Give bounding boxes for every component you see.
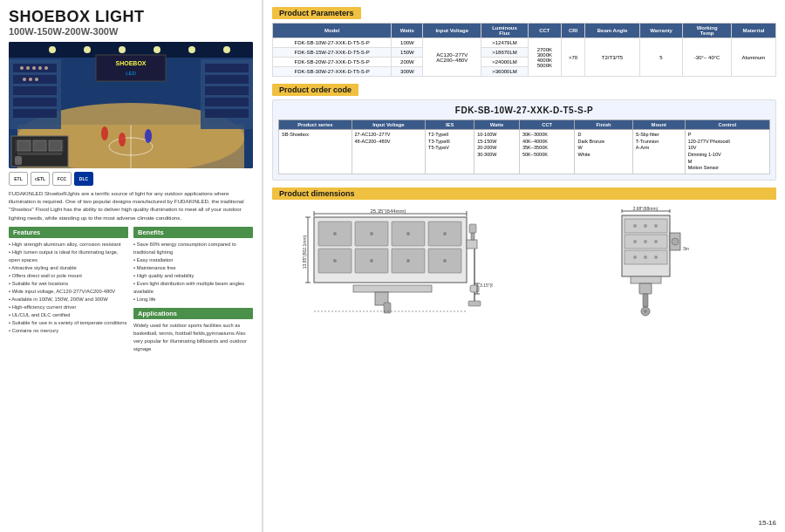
svg-rect-41 xyxy=(33,140,46,151)
applications-header: Applications xyxy=(133,308,253,319)
benefits-col: Benefits Save 60% energy consumption com… xyxy=(133,227,253,353)
order-code-table: Product series Input Voltage IES Watts C… xyxy=(278,119,770,174)
flux-cell: >12479LM xyxy=(481,38,529,48)
svg-point-65 xyxy=(443,259,447,263)
warranty-cell: 5 xyxy=(639,38,683,77)
svg-point-17 xyxy=(20,66,24,70)
svg-text:LED: LED xyxy=(126,71,136,76)
params-table: Model Watts Input Voltage LuminousFlux C… xyxy=(272,23,776,77)
svg-rect-32 xyxy=(96,55,166,81)
table-row: FDK-SB-10W-27-XXK-D-T5-S-P 100W AC120~27… xyxy=(273,38,776,48)
benefit-item: High quality and reliability xyxy=(133,272,253,280)
order-code-section-title: Product order code xyxy=(272,84,358,96)
order-code-row: SB-Shoebox 27-AC120~277V48-AC200~480V T2… xyxy=(279,130,770,174)
oc-ies: T2-TypeIIT3-TypeIIIT5-TypeV xyxy=(426,130,474,174)
svg-point-22 xyxy=(23,78,26,81)
svg-point-94 xyxy=(654,240,658,243)
svg-text:13.85"(802.1mm): 13.85"(802.1mm) xyxy=(302,235,307,269)
order-code-box: FDK-SB-10W-27-XXK-D-T5-S-P Product serie… xyxy=(272,99,776,181)
svg-rect-104 xyxy=(631,276,661,283)
svg-point-64 xyxy=(406,259,410,263)
svg-rect-43 xyxy=(17,153,62,155)
feature-item: Attractive styling and durable xyxy=(9,264,128,272)
svg-point-20 xyxy=(38,66,42,70)
benefit-item: Long life xyxy=(133,296,253,304)
dimensions-section: Product dimensions 25.35"(644mm) xyxy=(272,188,776,525)
col-watts: Watts xyxy=(392,24,423,38)
oc-control: P120-277V Photocell10VDimming 1-10VMMoti… xyxy=(685,130,769,174)
fcc-cert: FCC xyxy=(52,172,72,186)
right-panel: Product Parameters Model Watts Input Vol… xyxy=(263,0,785,532)
watts-cell: 100W xyxy=(392,38,423,48)
feature-item: Offers direct wall or pole mount xyxy=(9,272,128,280)
watts-cell: 150W xyxy=(392,48,423,58)
beam-cell: T2/T3/T5 xyxy=(585,38,639,77)
svg-point-59 xyxy=(370,232,373,235)
order-code-section: Product order code FDK-SB-10W-27-XXK-D-T… xyxy=(272,84,776,181)
benefit-item: Even light distribution with multiple be… xyxy=(133,280,253,296)
svg-point-95 xyxy=(633,256,637,259)
model-cell: FDK-SB-30W-27-XXK-D-T5-S-P xyxy=(273,67,392,77)
svg-rect-12 xyxy=(205,64,249,72)
svg-point-99 xyxy=(672,238,679,245)
svg-point-91 xyxy=(654,224,658,228)
col-luminous-flux: LuminousFlux xyxy=(481,24,529,38)
svg-text:SHOEBOX: SHOEBOX xyxy=(115,60,146,66)
oc-col-cct: CCT xyxy=(519,120,574,130)
svg-rect-15 xyxy=(205,98,249,106)
feature-item: Suitable for wet locations xyxy=(9,280,128,288)
svg-point-18 xyxy=(26,66,30,70)
svg-rect-44 xyxy=(15,156,22,165)
svg-rect-105 xyxy=(639,283,652,294)
svg-point-29 xyxy=(154,46,160,53)
svg-rect-16 xyxy=(205,109,249,118)
cetl-cert: cETL xyxy=(31,172,50,186)
features-col: Features High strength aluminum alloy, c… xyxy=(9,227,128,353)
svg-rect-10 xyxy=(13,109,57,118)
oc-col-control: Control xyxy=(685,120,769,130)
svg-rect-66 xyxy=(467,240,477,249)
oc-col-voltage: Input Voltage xyxy=(352,120,426,130)
temp-cell: -30°~ 40°C xyxy=(683,38,731,77)
features-benefits: Features High strength aluminum alloy, c… xyxy=(9,227,253,353)
oc-watts: 10-100W15-150W20-200W30-300W xyxy=(474,130,520,174)
benefits-list: Save 60% energy consumption compared to … xyxy=(133,241,253,304)
col-material: Materrial xyxy=(731,24,775,38)
svg-point-58 xyxy=(333,232,337,235)
oc-col-watts: Watts xyxy=(474,120,520,130)
oc-col-ies: IES xyxy=(426,120,474,130)
benefit-item: Maintenance free xyxy=(133,264,253,272)
svg-rect-9 xyxy=(13,98,57,106)
oc-col-finish: Finish xyxy=(575,120,632,130)
oc-col-mount: Mount xyxy=(632,120,685,130)
cct-cell: 2700K3000K4000K5000K xyxy=(528,38,561,77)
benefits-header: Benefits xyxy=(133,227,253,238)
svg-point-21 xyxy=(44,66,48,70)
product-subtitle: 100W-150W-200W-300W xyxy=(9,26,253,37)
svg-rect-14 xyxy=(205,86,249,95)
svg-point-27 xyxy=(84,46,91,53)
benefit-item: Easy installation xyxy=(133,256,253,264)
feature-item: Wide input voltage, AC120-277V/AC200-480… xyxy=(9,288,128,296)
svg-point-90 xyxy=(644,224,647,228)
model-cell: FDK-SB-10W-27-XXK-D-T5-S-P xyxy=(273,38,392,48)
dimension-drawing-side: 2.68"(68mm) 3in xyxy=(528,207,776,321)
flux-cell: >36000LM xyxy=(481,67,529,77)
svg-point-62 xyxy=(333,259,337,263)
col-model: Model xyxy=(273,24,392,38)
feature-item: High-efficiency current driver xyxy=(9,304,128,311)
svg-point-26 xyxy=(49,46,56,53)
svg-point-97 xyxy=(654,256,658,259)
product-title: SHOEBOX LIGHT xyxy=(9,9,253,26)
svg-rect-13 xyxy=(205,75,249,84)
product-params-section: Product Parameters Model Watts Input Vol… xyxy=(272,7,776,77)
dimensions-section-title: Product dimensions xyxy=(272,188,776,200)
svg-point-23 xyxy=(29,78,32,81)
svg-rect-70 xyxy=(470,285,479,292)
svg-point-31 xyxy=(223,46,230,53)
col-warranty: Warranty xyxy=(639,24,683,38)
svg-point-37 xyxy=(119,133,126,147)
oc-cct: 30K~3000K40K~4000K35K~3500K50K~5000K xyxy=(519,130,574,174)
left-panel: SHOEBOX LIGHT 100W-150W-200W-300W xyxy=(0,0,262,532)
cri-cell: >70 xyxy=(561,38,585,77)
